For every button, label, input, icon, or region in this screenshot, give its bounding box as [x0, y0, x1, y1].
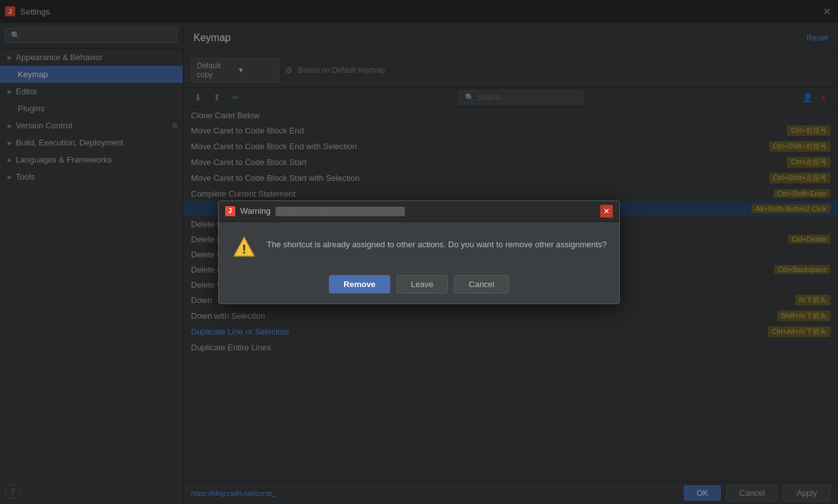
modal-body: ! The shortcut is already assigned to ot…: [219, 222, 620, 270]
modal-blurred-info: ████████████████████████: [276, 207, 405, 216]
warning-triangle-icon: !: [231, 235, 257, 260]
svg-text:!: !: [242, 242, 246, 256]
modal-leave-button[interactable]: Leave: [397, 275, 448, 293]
modal-message: The shortcut is already assigned to othe…: [267, 235, 607, 251]
modal-close-button[interactable]: ✕: [600, 205, 613, 218]
modal-footer: Remove Leave Cancel: [219, 270, 620, 304]
modal-title: Warning: [240, 206, 271, 216]
modal-titlebar: J Warning ████████████████████████ ✕: [219, 201, 620, 222]
modal-cancel-button[interactable]: Cancel: [454, 275, 508, 293]
modal-remove-button[interactable]: Remove: [329, 275, 390, 293]
warning-modal: J Warning ████████████████████████ ✕ ! T…: [218, 200, 620, 304]
main-window: J Settings ✕ ▶ Appearance & Behavior Key…: [0, 0, 838, 504]
modal-icon: J: [225, 206, 235, 216]
modal-overlay: J Warning ████████████████████████ ✕ ! T…: [0, 0, 838, 504]
